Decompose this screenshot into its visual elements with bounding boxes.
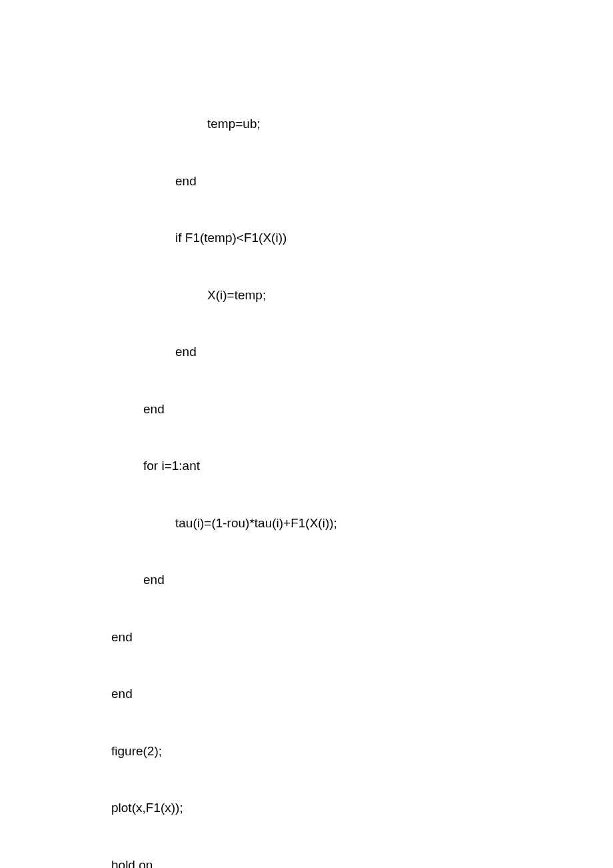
code-line: figure(2); (111, 742, 546, 761)
code-line: end (111, 685, 546, 704)
code-content: temp=ub; end if F1(temp)<F1(X(i)) X(i)=t… (111, 77, 546, 868)
code-line: end (111, 172, 546, 191)
code-line: tau(i)=(1-rou)*tau(i)+F1(X(i)); (111, 514, 546, 533)
code-line: end (111, 343, 546, 362)
code-line: plot(x,F1(x)); (111, 799, 546, 818)
code-line: end (111, 400, 546, 419)
code-line: end (111, 571, 546, 590)
code-line: end (111, 628, 546, 647)
code-line: if F1(temp)<F1(X(i)) (111, 229, 546, 248)
code-line: temp=ub; (111, 115, 546, 134)
code-line: X(i)=temp; (111, 286, 546, 305)
code-line: for i=1:ant (111, 457, 546, 476)
code-line: hold on (111, 856, 546, 869)
